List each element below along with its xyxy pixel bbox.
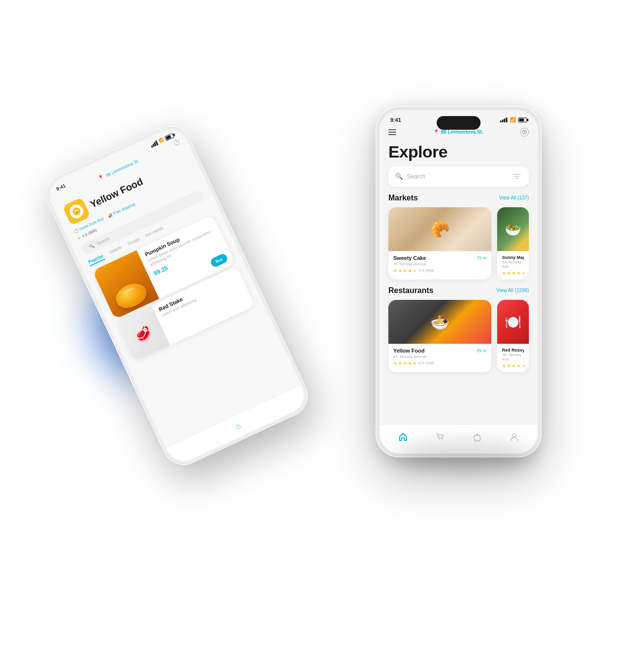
front-location-text: 88 Lermontova St. xyxy=(441,129,483,135)
front-profile-icon xyxy=(509,432,519,442)
sunny-star-3: ★ xyxy=(512,271,516,276)
back-location-pin-icon: 📍 xyxy=(97,174,105,181)
back-wifi-icon: 📶 xyxy=(158,137,164,143)
restaurants-cards-row: Yellow Food 25 m 57, Nevsky Avenue ★ ★ ★… xyxy=(380,300,538,379)
filter-line-2 xyxy=(514,176,520,177)
front-search-bar[interactable]: 🔍 Search xyxy=(388,166,529,187)
yellow-food-name-row: Yellow Food 25 m xyxy=(393,348,486,354)
front-cart-icon xyxy=(435,432,445,442)
markets-view-all[interactable]: View All (137) xyxy=(499,195,529,200)
back-star-1: ★ xyxy=(77,235,81,240)
front-signal-icon xyxy=(500,118,507,122)
markets-cards-row: Sweety Cake 75 m 70, Nevsky Avenue ★ ★ ★… xyxy=(380,207,538,286)
front-location-pin-icon: 📍 xyxy=(433,129,439,135)
front-bag-icon xyxy=(472,432,482,442)
restaurants-view-all[interactable]: View All (1298) xyxy=(496,288,529,293)
yellow-food-address: 57, Nevsky Avenue xyxy=(393,355,486,359)
back-bottom-nav: ⌂ xyxy=(166,384,309,466)
yellow-food-stars: ★ ★ ★ ★ ★ 4.9 (268) xyxy=(393,361,486,366)
star-5-half: ★ xyxy=(413,268,417,273)
front-nav-home[interactable] xyxy=(398,432,408,442)
sunny-star-1: ★ xyxy=(502,271,506,276)
star-4: ★ xyxy=(408,268,412,273)
red-rossy-name: Red Rossy xyxy=(502,348,524,353)
sweety-cake-name: Sweety Cake xyxy=(393,255,426,261)
yf-star-4: ★ xyxy=(408,361,412,366)
sweety-cake-rating: 4.8 (458) xyxy=(419,268,434,273)
sunny-mag-address: 93, Nevsky Ave xyxy=(502,260,524,269)
back-screen-content: 9:41 📶 xyxy=(44,124,309,467)
sweety-cake-name-row: Sweety Cake 75 m xyxy=(393,255,486,261)
yf-star-1: ★ xyxy=(393,361,397,366)
yellow-food-distance: 25 m xyxy=(477,348,486,353)
hamburger-line-3 xyxy=(388,134,396,135)
front-filter-icon[interactable] xyxy=(511,171,522,182)
yellow-food-name: Yellow Food xyxy=(393,348,424,354)
red-rossy-image xyxy=(497,300,529,344)
back-tab-hot-meals[interactable]: Hot meals xyxy=(144,225,165,240)
sweety-cake-address: 70, Nevsky Avenue xyxy=(393,262,486,266)
sweety-cake-distance: 75 m xyxy=(477,256,486,260)
back-search-icon: 🔍 xyxy=(88,243,95,250)
svg-rect-7 xyxy=(474,435,480,441)
front-nav-profile[interactable] xyxy=(509,432,519,442)
front-battery-icon xyxy=(518,118,527,122)
sunny-mag-info: Sunny Mag 93, Nevsky Ave ★ ★ ★ ★ ★ xyxy=(497,251,529,279)
yf-star-2: ★ xyxy=(398,361,402,366)
front-status-icons: 📶 xyxy=(500,117,527,122)
sunny-star-5: ★ xyxy=(522,271,525,276)
front-nav-bag[interactable] xyxy=(472,432,482,442)
restaurants-section-header: Restaurants View All (1298) xyxy=(380,286,538,300)
markets-section-header: Markets View All (137) xyxy=(380,194,538,207)
rr-star-4: ★ xyxy=(517,363,521,368)
sweety-cake-info: Sweety Cake 75 m 70, Nevsky Avenue ★ ★ ★… xyxy=(388,251,491,277)
back-clock-icon: 🕐 xyxy=(173,138,181,146)
hamburger-line-1 xyxy=(388,129,396,130)
dynamic-island xyxy=(437,116,481,130)
front-clock-svg xyxy=(522,130,527,135)
sweety-cake-image xyxy=(388,207,491,251)
rr-star-2: ★ xyxy=(507,363,511,368)
front-clock-icon[interactable] xyxy=(520,128,529,137)
scene: 9:41 📶 xyxy=(102,106,542,545)
front-location-badge[interactable]: 📍 88 Lermontova St. xyxy=(433,129,483,135)
back-home-nav-icon[interactable]: ⌂ xyxy=(234,421,242,431)
front-phone: 9:41 📶 xyxy=(376,106,542,457)
front-time: 9:41 xyxy=(390,117,401,123)
filter-line-1 xyxy=(513,174,521,175)
star-3: ★ xyxy=(403,268,407,273)
markets-section-title: Markets xyxy=(388,194,418,202)
front-home-icon xyxy=(398,432,408,442)
back-tab-popular[interactable]: Popular xyxy=(87,253,105,266)
restaurant-card-yellow-food[interactable]: Yellow Food 25 m 57, Nevsky Avenue ★ ★ ★… xyxy=(388,300,491,372)
back-tab-salads[interactable]: Salads xyxy=(108,244,123,256)
hamburger-menu-icon[interactable] xyxy=(388,129,396,135)
sunny-mag-stars: ★ ★ ★ ★ ★ xyxy=(502,271,524,276)
sunny-mag-name: Sunny Mag xyxy=(502,255,524,260)
front-search-placeholder: Search xyxy=(407,173,507,180)
back-battery-icon xyxy=(164,133,175,141)
back-phone: 9:41 📶 xyxy=(39,118,315,472)
rr-star-5: ★ xyxy=(522,363,525,368)
back-signal-icon xyxy=(150,140,159,147)
back-tab-soups[interactable]: Soups xyxy=(127,237,141,248)
market-card-sweety-cake[interactable]: Sweety Cake 75 m 70, Nevsky Avenue ★ ★ ★… xyxy=(388,207,491,279)
hamburger-line-2 xyxy=(388,132,396,133)
back-logo-inner xyxy=(67,202,85,220)
front-wifi-icon: 📶 xyxy=(510,117,516,122)
back-pumpkin-bowl-visual xyxy=(112,279,150,312)
front-phone-shadow xyxy=(395,443,532,472)
back-buy-button-pumpkin[interactable]: Buy xyxy=(209,252,229,268)
front-nav-cart[interactable] xyxy=(435,432,445,442)
yf-star-5: ★ xyxy=(413,361,417,366)
market-card-sunny-mag[interactable]: Sunny Mag 93, Nevsky Ave ★ ★ ★ ★ ★ xyxy=(497,207,529,279)
filter-line-3 xyxy=(515,178,519,179)
restaurant-card-red-rossy[interactable]: Red Rossy 38, Nevsky Ave ★ ★ ★ ★ ★ xyxy=(497,300,529,372)
front-search-icon: 🔍 xyxy=(395,173,403,180)
red-rossy-info: Red Rossy 38, Nevsky Ave ★ ★ ★ ★ ★ xyxy=(497,344,529,372)
back-app-logo xyxy=(62,197,91,225)
star-1: ★ xyxy=(393,268,397,273)
star-2: ★ xyxy=(398,268,402,273)
front-phone-screen: 9:41 📶 xyxy=(380,110,538,454)
sunny-star-4: ★ xyxy=(517,271,521,276)
